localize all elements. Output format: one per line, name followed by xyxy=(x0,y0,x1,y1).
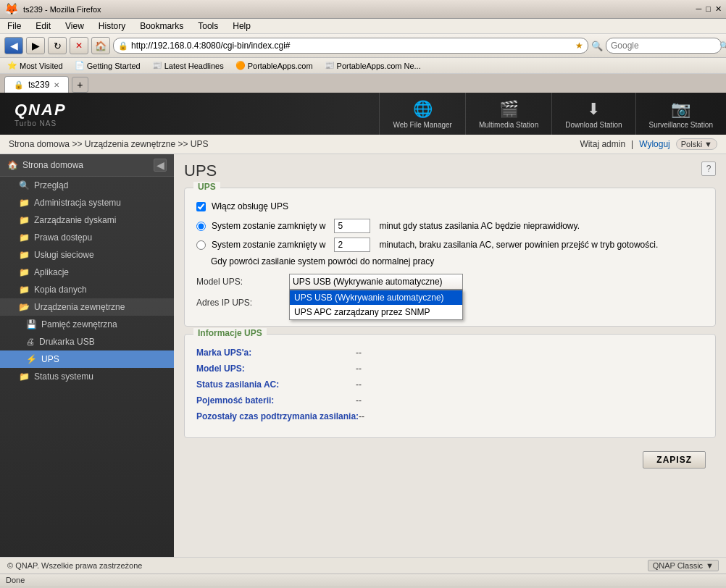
menu-edit[interactable]: Edit xyxy=(33,20,54,32)
menu-history[interactable]: History xyxy=(96,20,128,32)
menu-view[interactable]: View xyxy=(62,20,87,32)
bookmark-label-3: PortableApps.com xyxy=(248,62,313,70)
ups-info-label: Informacje UPS xyxy=(193,328,267,338)
uslugi-icon: 📁 xyxy=(19,250,30,260)
menu-bookmarks[interactable]: Bookmarks xyxy=(137,20,186,32)
browser-statusbar: Done xyxy=(0,574,726,586)
sidebar-item-administracja[interactable]: 📁 Administracja systemu xyxy=(0,194,174,211)
sidebar-item-zarzadzanie-dyskami[interactable]: 📁 Zarządzanie dyskami xyxy=(0,211,174,229)
sidebar-item-urzadzenia[interactable]: 📂 Urządzenia zewnętrzne xyxy=(0,298,174,316)
nav-multimedia-station[interactable]: 🎬 Multimedia Station xyxy=(465,93,551,135)
nav-web-file-manager[interactable]: 🌐 Web File Manager xyxy=(379,93,465,135)
menu-help[interactable]: Help xyxy=(230,20,254,32)
bookmark-portableapps[interactable]: 🟠 PortableApps.com xyxy=(233,60,316,71)
model-label: Model UPS: xyxy=(196,277,283,287)
menu-file[interactable]: File xyxy=(4,20,24,32)
sidebar-item-drukarka[interactable]: 🖨 Drukarka USB xyxy=(0,333,174,350)
zarzadzanie-icon: 📁 xyxy=(19,215,30,225)
radio1-label-prefix[interactable]: System zostanie zamknięty w xyxy=(212,221,325,231)
bookmark-icon-3: 🟠 xyxy=(235,61,246,70)
logout-link[interactable]: Wyloguj xyxy=(639,139,670,149)
download-station-icon: ⬇ xyxy=(583,99,604,119)
home-icon: 🏠 xyxy=(7,160,18,170)
bookmark-label-4: PortableApps.com Ne... xyxy=(337,62,421,70)
close-btn[interactable]: ✕ xyxy=(715,4,722,14)
model-ups-row: Model UPS: UPS USB (Wykrywanie automatyc… xyxy=(196,274,704,290)
dropdown-option-apc[interactable]: UPS APC zarządzany przez SNMP xyxy=(290,305,462,319)
new-tab-button[interactable]: + xyxy=(72,77,88,93)
browser-title: ts239 - Mozilla Firefox xyxy=(23,5,101,14)
radio2-label-prefix[interactable]: System zostanie zamknięty w xyxy=(212,240,325,250)
radio2-value-input[interactable] xyxy=(334,238,370,252)
app-footer: © QNAP. Wszelkie prawa zastrzeżone QNAP … xyxy=(0,557,726,574)
kopia-icon: 📁 xyxy=(19,285,30,295)
nav-download-station[interactable]: ⬇ Download Station xyxy=(551,93,635,135)
radio1-label-suffix: minut gdy status zasilania AC będzie nie… xyxy=(379,221,580,231)
sidebar-label-aplikacje: Aplikacje xyxy=(34,267,69,277)
ups-config-content: Włącz obsługę UPS System zostanie zamkni… xyxy=(185,188,715,326)
radio2-input[interactable] xyxy=(196,240,206,250)
qnap-header: QNAP Turbo NAS 🌐 Web File Manager 🎬 Mult… xyxy=(0,93,726,135)
bookmark-icon-0: ⭐ xyxy=(7,61,17,70)
sidebar-item-kopia-danych[interactable]: 📁 Kopia danych xyxy=(0,281,174,298)
status-icon: 📁 xyxy=(19,371,30,382)
bookmark-portableapps-ne[interactable]: 📰 PortableApps.com Ne... xyxy=(322,60,424,71)
qnap-logo: QNAP Turbo NAS xyxy=(0,95,81,133)
dropdown-option-usb[interactable]: UPS USB (Wykrywanie automatyczne) xyxy=(290,290,462,305)
radio2-note-text: Gdy powróci zasilanie system powróci do … xyxy=(211,256,434,266)
minimize-btn[interactable]: ─ xyxy=(696,4,702,14)
bookmark-most-visited[interactable]: ⭐ Most Visited xyxy=(4,60,66,71)
sidebar-label-drukarka: Drukarka USB xyxy=(39,337,95,347)
enable-ups-checkbox[interactable] xyxy=(196,202,206,211)
search-submit-icon[interactable]: 🔍 xyxy=(719,41,726,51)
radio1-input[interactable] xyxy=(196,222,206,231)
help-button[interactable]: ? xyxy=(701,161,716,176)
bookmark-getting-started[interactable]: 📄 Getting Started xyxy=(72,60,143,71)
sidebar-title: Strona domowa xyxy=(22,160,83,170)
nav-label-multimedia-station: Multimedia Station xyxy=(479,121,538,129)
tab-close-icon[interactable]: ✕ xyxy=(54,81,59,89)
star-icon[interactable]: ★ xyxy=(575,41,583,51)
radio1-value-input[interactable] xyxy=(334,219,370,233)
save-button[interactable]: ZAPISZ xyxy=(643,451,706,469)
info-val-pojemnosc: -- xyxy=(356,395,362,406)
save-btn-row: ZAPISZ xyxy=(184,445,716,476)
sidebar-item-aplikacje[interactable]: 📁 Aplikacje xyxy=(0,264,174,281)
breadcrumb-bar: Strona domowa >> Urządzenia zewnętrzne >… xyxy=(0,135,726,154)
reload-button[interactable]: ↻ xyxy=(48,37,67,54)
tab-ts239[interactable]: 🔒 ts239 ✕ xyxy=(4,76,69,93)
maximize-btn[interactable]: □ xyxy=(706,4,711,14)
sidebar-item-status[interactable]: 📁 Status systemu xyxy=(0,368,174,385)
back-button[interactable]: ◀ xyxy=(4,37,23,54)
breadcrumb: Strona domowa >> Urządzenia zewnętrzne >… xyxy=(9,139,208,149)
bookmark-latest-headlines[interactable]: 📰 Latest Headlines xyxy=(149,60,227,71)
address-input[interactable] xyxy=(131,41,572,51)
info-val-status: -- xyxy=(356,379,362,390)
model-dropdown[interactable]: UPS USB (Wykrywanie automatyczne) UPS AP… xyxy=(289,274,463,290)
forward-button[interactable]: ▶ xyxy=(26,37,45,54)
sidebar-item-przeglad[interactable]: 🔍 Przegląd xyxy=(0,177,174,194)
sidebar-item-prawa-dostepu[interactable]: 📁 Prawa dostępu xyxy=(0,229,174,246)
sidebar-item-uslugi-sieciowe[interactable]: 📁 Usługi sieciowe xyxy=(0,246,174,264)
search-input[interactable] xyxy=(611,41,719,51)
nav-label-download-station: Download Station xyxy=(565,121,622,129)
browser-toolbar: ◀ ▶ ↻ ✕ 🏠 🔒 ★ 🔍 🔍 xyxy=(0,34,726,58)
qnap-subtitle: Turbo NAS xyxy=(14,119,67,127)
menu-tools[interactable]: Tools xyxy=(195,20,221,32)
sidebar-item-ups[interactable]: ⚡ UPS xyxy=(0,350,174,368)
info-key-marka: Marka UPS'a: xyxy=(196,348,356,358)
sidebar-label-przeglad: Przegląd xyxy=(34,180,68,190)
bookmark-icon-1: 📄 xyxy=(75,61,85,70)
home-button[interactable]: 🏠 xyxy=(91,37,110,54)
sidebar-collapse-button[interactable]: ◀ xyxy=(154,159,167,172)
nav-surveillance-station[interactable]: 📷 Surveillance Station xyxy=(635,93,726,135)
stop-button[interactable]: ✕ xyxy=(70,37,88,54)
sidebar-item-pamiec[interactable]: 💾 Pamięć zewnętrzna xyxy=(0,316,174,333)
theme-selector[interactable]: QNAP Classic ▼ xyxy=(648,560,719,571)
przeglad-icon: 🔍 xyxy=(19,180,30,190)
sidebar-header: 🏠 Strona domowa ◀ xyxy=(0,154,174,177)
sidebar-label-uslugi: Usługi sieciowe xyxy=(34,250,94,260)
enable-ups-label[interactable]: Włącz obsługę UPS xyxy=(212,201,288,211)
language-selector[interactable]: Polski ▼ xyxy=(676,138,717,150)
ups-icon: ⚡ xyxy=(26,354,37,364)
